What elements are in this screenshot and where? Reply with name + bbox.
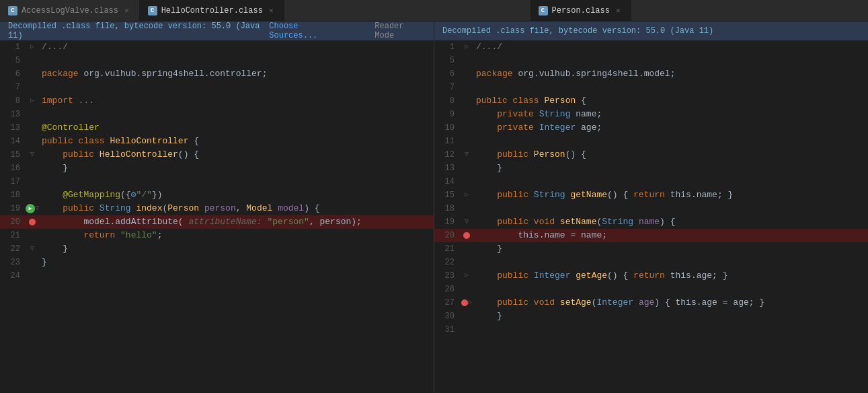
table-row: 19 ▽ public void setName(String name) { (434, 215, 868, 229)
table-row: 26 (434, 283, 868, 296)
editor-right: 1 ▷ /.../ 5 6 package org.vulhub.spring4… (434, 40, 868, 393)
code-area-right: 1 ▷ /.../ 5 6 package org.vulhub.spring4… (434, 40, 868, 393)
tab-icon-person: C (539, 6, 548, 15)
table-row: 14 (434, 175, 868, 188)
choose-sources-link[interactable]: Choose Sources... (269, 22, 348, 40)
fold-icon-getname[interactable]: ▷ (465, 188, 469, 202)
table-row: 17 (0, 175, 434, 188)
table-row: 6 package org.vulhub.spring4shell.contro… (0, 67, 434, 81)
table-row: 8 public class Person { (434, 94, 868, 108)
table-row: 20 this.name = name; (434, 229, 868, 242)
fold-icon[interactable]: ▷ (30, 40, 34, 54)
table-row: 7 (0, 81, 434, 94)
table-row: 21 return "hello"; (0, 229, 434, 242)
notif-bar-container: Decompiled .class file, bytecode version… (0, 22, 868, 40)
table-row: 24 (0, 269, 434, 283)
table-row: 16 } (0, 162, 434, 175)
table-row: 21 } (434, 242, 868, 256)
tab-label-person: Person.class (552, 6, 610, 15)
fold-icon-setage[interactable]: ▷ (468, 296, 472, 310)
table-row: 8 ▷ import ... (0, 94, 434, 108)
tab-close-person[interactable]: ✕ (614, 5, 623, 15)
table-row: 22 (434, 256, 868, 269)
reader-mode-button[interactable]: Reader Mode (374, 22, 426, 40)
fold-icon-22[interactable]: ▽ (30, 242, 34, 256)
table-row: 23 } (0, 256, 434, 269)
tab-close-hello[interactable]: ✕ (267, 5, 276, 15)
table-row: 1 ▷ /.../ (0, 40, 434, 54)
fold-icon-import[interactable]: ▷ (30, 94, 34, 108)
fold-icon-getage[interactable]: ▷ (465, 269, 469, 283)
tab-hello-controller[interactable]: C HelloController.class ✕ (140, 0, 284, 21)
table-row: 18 (434, 202, 868, 215)
table-row: 15 ▷ public String getName() { return th… (434, 188, 868, 202)
notif-text-left: Decompiled .class file, bytecode version… (8, 22, 269, 40)
code-area-left: 1 ▷ /.../ 5 6 package org.vulhub.spring4… (0, 40, 434, 393)
table-row: 22 ▽ } (0, 242, 434, 256)
table-row: 12 ▽ public Person() { (434, 148, 868, 162)
table-row: 19 ▶ ▽ public String index(Person person… (0, 202, 434, 215)
table-row: 31 (434, 323, 868, 336)
table-row: 23 ▷ public Integer getAge() { return th… (434, 269, 868, 283)
table-row: 7 (434, 81, 868, 94)
table-row: 13 (0, 108, 434, 121)
tab-person[interactable]: C Person.class ✕ (530, 0, 631, 21)
editor-left: 1 ▷ /.../ 5 6 package org.vulhub.spring4… (0, 40, 434, 393)
table-row: 5 (434, 54, 868, 67)
tab-bar: C AccessLogValve.class ✕ C HelloControll… (0, 0, 868, 22)
tab-label-access: AccessLogValve.class (22, 6, 118, 15)
table-row: 14 public class HelloController { (0, 135, 434, 148)
table-row: 11 (434, 135, 868, 148)
fold-icon-constructor[interactable]: ▽ (30, 148, 34, 162)
editors-container: 1 ▷ /.../ 5 6 package org.vulhub.spring4… (0, 40, 868, 393)
fold-icon-r1[interactable]: ▷ (465, 40, 469, 54)
breakpoint-20[interactable] (29, 219, 36, 225)
notif-bar-left: Decompiled .class file, bytecode version… (0, 22, 434, 40)
notif-bar-right: Decompiled .class file, bytecode version… (434, 22, 868, 40)
table-row: 10 private Integer age; (434, 121, 868, 135)
fold-icon-setname[interactable]: ▽ (465, 215, 469, 229)
tab-icon-hello: C (148, 6, 157, 15)
tab-access-log[interactable]: C AccessLogValve.class ✕ (0, 0, 140, 21)
breakpoint-r20[interactable] (463, 232, 470, 239)
notif-text-right: Decompiled .class file, bytecode version… (442, 26, 713, 36)
table-row: 15 ▽ public HelloController() { (0, 148, 434, 162)
table-row: 18 @GetMapping({⚙"/"}) (0, 188, 434, 202)
fold-icon-person-ctor[interactable]: ▽ (465, 148, 469, 162)
table-row: 6 package org.vulhub.spring4shell.model; (434, 67, 868, 81)
table-row: 5 (0, 54, 434, 67)
table-row: 1 ▷ /.../ (434, 40, 868, 54)
table-row: 9 private String name; (434, 108, 868, 121)
debug-arrow-icon: ▶ (26, 204, 35, 213)
table-row: 13 } (434, 162, 868, 175)
table-row: 27 ▷ public void setAge(Integer age) { t… (434, 296, 868, 310)
fold-icon-index[interactable]: ▽ (35, 202, 39, 215)
tab-close-access[interactable]: ✕ (122, 5, 131, 15)
table-row: 13 @Controller (0, 121, 434, 135)
tab-icon-access: C (8, 6, 17, 15)
table-row: 20 model.addAttribute( attributeName: "p… (0, 215, 434, 229)
table-row: 30 } (434, 310, 868, 323)
breakpoint-r27[interactable] (461, 299, 468, 306)
tab-label-hello: HelloController.class (161, 6, 263, 15)
